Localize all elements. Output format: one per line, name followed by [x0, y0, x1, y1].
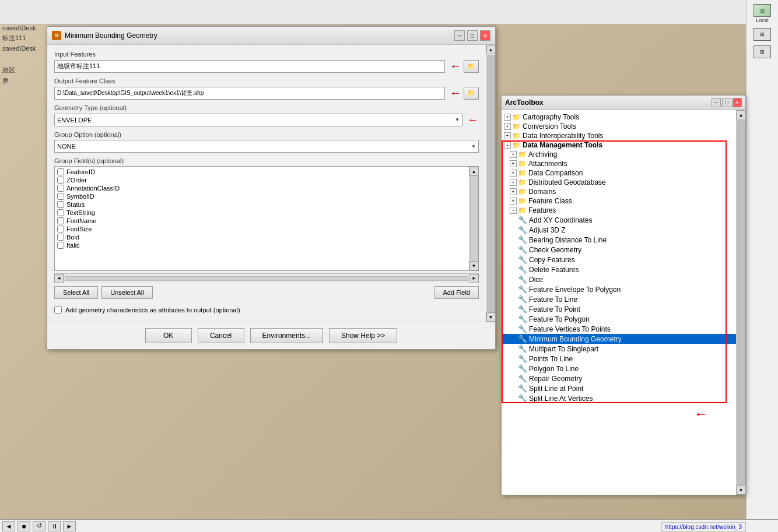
tree-feature-class[interactable]: + 📁 Feature Class [502, 196, 736, 206]
checkbox-bold-input[interactable] [57, 234, 64, 241]
checkbox-fontname-input[interactable] [57, 217, 64, 224]
cancel-button[interactable]: Cancel [198, 328, 244, 343]
atb-scroll-up[interactable]: ▲ [737, 110, 746, 119]
checkbox-annotationclassid-input[interactable] [57, 185, 64, 192]
dialog-scroll-up[interactable]: ▲ [486, 45, 496, 54]
add-field-button[interactable]: Add Field [434, 286, 479, 299]
ok-button[interactable]: OK [145, 328, 192, 343]
list-scroll-up[interactable]: ▲ [469, 167, 479, 176]
checkbox-featureid-input[interactable] [57, 168, 64, 175]
tree-distributed-geodatabase[interactable]: + 📁 Distributed Geodatabase [502, 178, 736, 187]
minimize-button[interactable]: ─ [454, 30, 465, 41]
checkbox-status-input[interactable] [57, 201, 64, 208]
arctoolbox-close[interactable]: ✕ [733, 98, 742, 107]
featureclass-expand[interactable]: + [510, 198, 517, 205]
dialog-scroll-down[interactable]: ▼ [486, 312, 496, 322]
list-scroll-thumb[interactable] [470, 177, 478, 260]
tree-minimum-bounding-geometry[interactable]: 🔧 Minimum Bounding Geometry [502, 334, 736, 344]
arrow-output-feature: ← [450, 86, 461, 100]
select-all-button[interactable]: Select All [54, 286, 98, 299]
tree-polygon-to-line[interactable]: 🔧 Polygon To Line [502, 364, 736, 374]
list-scrollbar[interactable]: ▲ ▼ [469, 167, 478, 270]
checkbox-fontsize-input[interactable] [57, 226, 64, 232]
tree-data-comparison[interactable]: + 📁 Data Comparison [502, 168, 736, 178]
right-panel-item-1[interactable]: ⊞ Local [748, 2, 777, 25]
tree-features[interactable]: - 📁 Features [502, 206, 736, 215]
show-help-button[interactable]: Show Help >> [329, 328, 397, 343]
group-option-label: Group Option (optional) [54, 131, 479, 138]
tree-split-line-at-vertices[interactable]: 🔧 Split Line At Vertices [502, 393, 736, 403]
dialog-scrollbar[interactable]: ▲ ▼ [486, 45, 495, 322]
h-scroll-left[interactable]: ◄ [54, 274, 64, 283]
checkbox-symbolid-input[interactable] [57, 193, 64, 200]
h-scrollbar[interactable]: ◄ ► [54, 273, 479, 283]
tree-feature-to-polygon[interactable]: 🔧 Feature To Polygon [502, 314, 736, 324]
tree-conversion-tools[interactable]: + 📁 Conversion Tools [502, 122, 736, 131]
unselect-all-button[interactable]: Unselect All [101, 286, 152, 299]
h-scroll-track[interactable] [65, 276, 468, 281]
atb-scroll-down[interactable]: ▼ [737, 485, 746, 495]
close-button[interactable]: ✕ [480, 30, 490, 41]
checkbox-zorder-input[interactable] [57, 177, 64, 184]
atb-scroll-thumb[interactable] [737, 120, 745, 485]
right-panel-item-3[interactable]: ⊞ [748, 44, 777, 60]
tree-data-management-tools[interactable]: - 📁 Data Management Tools [502, 140, 736, 150]
dialog-titlebar[interactable]: ⚒ Minimum Bounding Geometry ─ □ ✕ [47, 27, 495, 45]
status-nav-2[interactable]: ■ [17, 521, 30, 531]
status-nav-1[interactable]: ◄ [2, 521, 15, 531]
tree-bearing-distance-to-line[interactable]: 🔧 Bearing Distance To Line [502, 235, 736, 245]
tree-adjust-3d-z[interactable]: 🔧 Adjust 3D Z [502, 225, 736, 235]
maximize-button[interactable]: □ [467, 30, 478, 41]
checkbox-italic-input[interactable] [57, 242, 64, 249]
arctoolbox-minimize[interactable]: ─ [712, 98, 721, 107]
tree-delete-features[interactable]: 🔧 Delete Features [502, 265, 736, 274]
status-nav-5[interactable]: ► [63, 521, 76, 531]
datacomp-icon: 📁 [518, 169, 527, 177]
dialog-scroll-thumb[interactable] [487, 55, 495, 312]
output-feature-class-input[interactable]: D:\Data_saved\Desktop\GIS_output\week1\e… [54, 87, 445, 100]
tree-add-xy-coords[interactable]: 🔧 Add XY Coordinates [502, 215, 736, 225]
domains-expand[interactable]: + [510, 188, 517, 195]
tree-feature-envelope-to-polygon[interactable]: 🔧 Feature Envelope To Polygon [502, 284, 736, 294]
archiving-expand[interactable]: + [510, 151, 517, 158]
tree-feature-to-line[interactable]: 🔧 Feature To Line [502, 294, 736, 304]
environments-button[interactable]: Environments... [250, 328, 323, 343]
geometry-type-combo[interactable]: ENVELOPE ▼ [54, 114, 462, 126]
attachments-expand[interactable]: + [510, 160, 517, 167]
datainterop-expand[interactable]: + [504, 132, 511, 139]
tree-multipart-to-singlepart[interactable]: 🔧 Multipart To Singlepart [502, 344, 736, 354]
titlebar-controls: ─ □ ✕ [454, 30, 490, 41]
features-expand[interactable]: - [510, 207, 517, 214]
datacomp-expand[interactable]: + [510, 170, 517, 177]
checkbox-textstring-input[interactable] [57, 209, 64, 216]
tree-domains[interactable]: + 📁 Domains [502, 187, 736, 196]
arctoolbox-scrollbar[interactable]: ▲ ▼ [736, 110, 745, 495]
distgeo-expand[interactable]: + [510, 179, 517, 186]
datamgmt-expand[interactable]: - [504, 142, 511, 149]
tree-copy-features[interactable]: 🔧 Copy Features [502, 255, 736, 265]
conversion-expand[interactable]: + [504, 123, 511, 130]
add-geometry-checkbox[interactable] [54, 306, 62, 313]
tree-archiving[interactable]: + 📁 Archiving [502, 150, 736, 159]
tree-repair-geometry[interactable]: 🔧 Repair Geometry [502, 374, 736, 383]
tree-split-line-at-point[interactable]: 🔧 Split Line at Point [502, 383, 736, 393]
tree-data-interop-tools[interactable]: + 📁 Data Interoperability Tools [502, 131, 736, 140]
status-nav-4[interactable]: ⏸ [48, 521, 61, 531]
browse-input-features-button[interactable]: 📁 [464, 60, 479, 73]
h-scroll-right[interactable]: ► [469, 274, 479, 283]
list-scroll-down[interactable]: ▼ [469, 261, 479, 270]
tree-feature-to-point[interactable]: 🔧 Feature To Point [502, 304, 736, 314]
tree-check-geometry[interactable]: 🔧 Check Geometry [502, 245, 736, 255]
tree-dice[interactable]: 🔧 Dice [502, 274, 736, 284]
input-features-input[interactable]: 地级市标注111 [54, 60, 445, 73]
status-nav-3[interactable]: ↺ [33, 521, 45, 531]
tree-points-to-line[interactable]: 🔧 Points To Line [502, 354, 736, 364]
browse-output-button[interactable]: 📁 [464, 87, 479, 100]
group-option-combo[interactable]: NONE ▼ [54, 140, 479, 153]
tree-feature-vertices-to-points[interactable]: 🔧 Feature Vertices To Points [502, 324, 736, 334]
cartography-expand[interactable]: + [504, 114, 511, 121]
tree-attachments[interactable]: + 📁 Attachments [502, 159, 736, 168]
tree-cartography-tools[interactable]: + 📁 Cartography Tools [502, 112, 736, 122]
arctoolbox-maximize[interactable]: □ [722, 98, 731, 107]
right-panel-item-2[interactable]: ⊞ [748, 26, 777, 43]
